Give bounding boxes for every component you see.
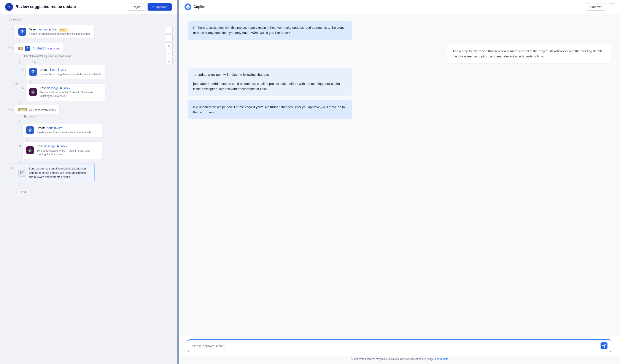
chat-text-3: To update a recipe, I will make the foll… [193,72,347,77]
step2-badge: Step 2 [36,47,46,50]
step-6-row: ▾ 6 ELSE do the following steps [9,105,168,114]
step-3-number: ▾ 3 [9,43,15,49]
step-8-card[interactable]: Post message in Slack Send a notificatio… [22,141,102,159]
step-8-desc: Send a notification to the IT team in Sl… [36,149,99,156]
if-jira-mini-icon: J [25,46,30,51]
chat-input-container [188,339,611,352]
step-4-row: 4 Update issue in Jira [19,65,105,79]
copilot-title-text: Copilot [194,5,205,9]
step-8-message-link[interactable]: message [43,144,56,148]
else-badge: ELSE [18,108,27,111]
step-4-jira-link[interactable]: Jira [61,68,66,72]
step-3-if-card[interactable]: IF J ID Step 2 is present [15,43,63,54]
reject-button[interactable]: Reject [128,3,146,11]
copilot-panel: Copilot Start over → I'm here to assist … [179,0,620,364]
svg-rect-14 [29,151,30,152]
step-4-jira-icon [29,68,37,76]
chat-text-2: Add a step to this recipe that sends a s… [453,49,606,59]
chat-input-area [179,336,620,356]
actions-label: Actions [9,18,168,21]
approve-button[interactable]: ✓ Approve [148,3,172,11]
step-5-slack-icon [29,88,37,96]
copilot-header: Copilot Start over → [179,0,620,14]
step-2-card[interactable]: Search issues in Jira Batch Search for J… [15,25,95,39]
step-4-content: Update issue in Jira Update the existing… [40,68,102,76]
toolbar-zoom-out-btn[interactable]: − [166,58,173,65]
chat-text-4: I've updated the recipe flow. Let me kno… [193,105,347,115]
step-5-message-link[interactable]: message [46,86,59,90]
step-7-title: Create issue in Jira [36,126,99,130]
chat-text-1: I'm here to assist you with this recipe.… [193,25,347,35]
step-2-row: 2 Search issues in Jira Batch Search for… [9,25,168,39]
chat-message-2: Add a step to this recipe that sends a s… [447,44,611,63]
step-7-card[interactable]: Create issue in Jira Create a new Jira i… [22,123,102,137]
step-2-number: 2 [9,25,15,31]
step-7-jira-link[interactable]: Jira [58,126,62,130]
step-2-desc: Search for Jira issues that match the in… [29,32,91,36]
step-6-number: ▾ 6 [9,105,15,111]
step-2-issues-link[interactable]: issues [39,28,48,31]
step-4-card[interactable]: Update issue in Jira Update the existing… [26,65,105,79]
step-4-desc: Update the existing Jira issue with the … [40,73,102,76]
step-5-card[interactable]: Post message in Slack Send a notificatio… [26,83,105,101]
copilot-title: Copilot [185,3,205,10]
step-9-row: 9 Send a summary email to project stakeh… [9,163,168,182]
chat-text-3b: [add after 8]. Add a step to send a summ… [193,81,347,91]
end-node: End [16,189,31,195]
learn-more-link[interactable]: Learn more [435,358,448,361]
step-6-desc: Else block [24,115,168,118]
chat-input[interactable] [192,344,598,348]
svg-rect-10 [29,150,30,150]
approve-check-icon: ✓ [152,5,155,9]
yes-label: Yes [32,60,36,64]
step-6-else-card[interactable]: ELSE do the following steps [15,105,60,114]
step-8-number: 8 [16,141,22,148]
step-4-title: Update issue in Jira [40,68,102,72]
toolbar-refresh-btn[interactable]: ↻ [166,42,173,49]
page-title: Review suggested recipe update [16,4,76,9]
step-8-slack-link[interactable]: Slack [60,144,67,148]
step-2-jira-link[interactable]: Jira [52,28,57,31]
branch-container: No 4 [9,65,168,102]
start-over-button[interactable]: Start over [586,3,606,11]
step-2-jira-icon [18,28,26,36]
step-2-title: Search issues in Jira Batch [29,27,91,32]
step-4-issue-link[interactable]: issue [50,68,57,72]
chat-send-button[interactable] [601,342,607,349]
if-badge: IF [18,47,23,50]
left-panel: Review suggested recipe update Reject ✓ … [0,0,177,364]
step-7-number: 7 [16,123,22,130]
step-8-slack-icon [26,146,34,154]
step-5-slack-link[interactable]: Slack [63,86,70,90]
chat-area: I'm here to assist you with this recipe.… [179,14,620,336]
header-actions: Reject ✓ Approve [128,3,172,11]
step-7-issue-link[interactable]: issue [46,126,54,130]
step-7-row: 7 Create issue in Jira Create a new [16,123,168,137]
connector-8-9 [19,160,20,163]
step-8-row: 8 [16,141,168,159]
toolbar-collapse-btn[interactable]: ⋯ [166,27,173,34]
connector-2-3 [19,40,20,43]
step-5-row: 5 [19,83,105,101]
svg-rect-2 [31,91,33,92]
step-8-content: Post message in Slack Send a notificatio… [36,144,99,156]
toolbar-zoom-in-btn[interactable]: + [166,50,173,57]
disclaimer-text: AI-generated content may make mistakes. … [351,358,435,361]
batch-badge: Batch [59,28,68,32]
chat-message-3: To update a recipe, I will make the foll… [188,68,352,96]
copilot-actions: Start over → [586,3,615,11]
flow-area: Actions ⋯ ⋯ ↻ + − 2 [0,14,177,364]
step-8-title: Post message in Slack [36,144,99,149]
step-9-card[interactable]: Send a summary email to project stakehol… [15,163,95,182]
step-5-title: Post message in Slack [40,86,102,91]
workato-icon [5,3,13,11]
svg-rect-4 [33,92,35,93]
connector-4-5 [30,80,31,83]
svg-rect-12 [31,150,32,151]
expand-button[interactable]: → [608,3,615,10]
is-present-label: is present [47,47,60,50]
step-3-desc: Check if a matching Jira issue was found… [24,55,168,58]
header-left: Review suggested recipe update [5,3,76,11]
svg-rect-16 [30,150,31,150]
toolbar-more-btn[interactable]: ⋯ [166,34,173,42]
